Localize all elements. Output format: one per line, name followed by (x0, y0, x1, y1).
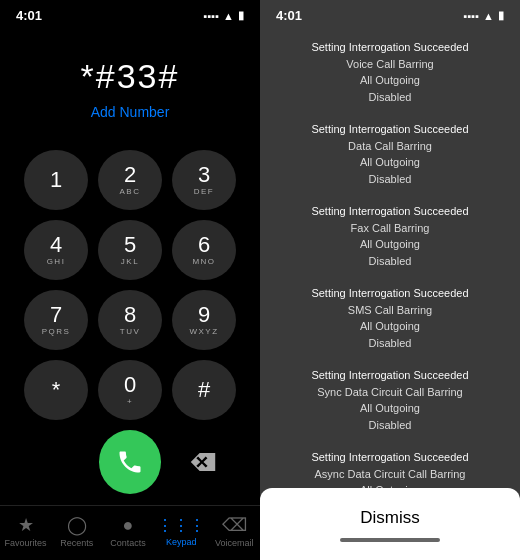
key-3[interactable]: 3DEF (172, 150, 236, 210)
key-digit: 6 (198, 234, 210, 256)
right-panel: 4:01 ▪▪▪▪ ▲ ▮ Setting Interrogation Succ… (260, 0, 520, 560)
tab-label-contacts: Contacts (110, 538, 146, 548)
key-9[interactable]: 9WXYZ (172, 290, 236, 350)
notif-line: All Outgoing (276, 236, 504, 253)
tab-keypad[interactable]: ⋮⋮⋮Keypad (157, 516, 205, 547)
tab-label-voicemail: Voicemail (215, 538, 254, 548)
tab-voicemail[interactable]: ⌫Voicemail (212, 514, 256, 548)
notif-line: Sync Data Circuit Call Barring (276, 384, 504, 401)
notif-line: Disabled (276, 171, 504, 188)
key-letters: TUV (120, 327, 141, 336)
signal-icon-right: ▪▪▪▪ (464, 10, 480, 22)
key-7[interactable]: 7PQRS (24, 290, 88, 350)
key-letters: PQRS (42, 327, 71, 336)
key-2[interactable]: 2ABC (98, 150, 162, 210)
delete-button[interactable] (171, 430, 234, 494)
tab-label-favourites: Favourites (5, 538, 47, 548)
key-5[interactable]: 5JKL (98, 220, 162, 280)
notif-line: All Outgoing (276, 318, 504, 335)
key-#[interactable]: # (172, 360, 236, 420)
signal-icon: ▪▪▪▪ (204, 10, 220, 22)
spacer (26, 430, 89, 494)
status-icons-right: ▪▪▪▪ ▲ ▮ (464, 9, 505, 22)
recents-icon: ◯ (67, 514, 87, 536)
notif-line: Setting Interrogation Succeeded (276, 367, 504, 384)
key-*[interactable]: * (24, 360, 88, 420)
notif-line: Disabled (276, 417, 504, 434)
key-6[interactable]: 6MNO (172, 220, 236, 280)
time-right: 4:01 (276, 8, 302, 23)
notification-block-5: Setting Interrogation SucceededAsync Dat… (276, 449, 504, 488)
tab-recents[interactable]: ◯Recents (55, 514, 99, 548)
key-digit: 1 (50, 169, 62, 191)
tab-label-keypad: Keypad (166, 537, 197, 547)
key-letters: + (127, 397, 133, 406)
notification-block-2: Setting Interrogation SucceededFax Call … (276, 203, 504, 269)
key-digit: 7 (50, 304, 62, 326)
notif-line: Setting Interrogation Succeeded (276, 285, 504, 302)
key-1[interactable]: 1 (24, 150, 88, 210)
notif-line: Voice Call Barring (276, 56, 504, 73)
key-letters: ABC (120, 187, 141, 196)
notification-block-0: Setting Interrogation SucceededVoice Cal… (276, 39, 504, 105)
key-letters: DEF (194, 187, 215, 196)
status-icons-left: ▪▪▪▪ ▲ ▮ (204, 9, 245, 22)
notif-line: Async Data Circuit Call Barring (276, 466, 504, 483)
key-letters: JKL (121, 257, 139, 266)
wifi-icon-right: ▲ (483, 10, 494, 22)
left-panel: 4:01 ▪▪▪▪ ▲ ▮ *#33# Add Number 12ABC3DEF… (0, 0, 260, 560)
status-bar-left: 4:01 ▪▪▪▪ ▲ ▮ (0, 0, 260, 27)
voicemail-icon: ⌫ (222, 514, 247, 536)
dialer-number: *#33# (81, 57, 180, 96)
tab-favourites[interactable]: ★Favourites (4, 514, 48, 548)
battery-icon: ▮ (238, 9, 244, 22)
notification-block-1: Setting Interrogation SucceededData Call… (276, 121, 504, 187)
notif-line: Disabled (276, 335, 504, 352)
call-button[interactable] (99, 430, 162, 494)
key-digit: 2 (124, 164, 136, 186)
notif-line: Disabled (276, 89, 504, 106)
wifi-icon: ▲ (223, 10, 234, 22)
notif-line: All Outgoing (276, 400, 504, 417)
key-digit: 0 (124, 374, 136, 396)
key-digit: 5 (124, 234, 136, 256)
key-8[interactable]: 8TUV (98, 290, 162, 350)
keypad: 12ABC3DEF4GHI5JKL6MNO7PQRS8TUV9WXYZ*0+# (24, 150, 236, 420)
key-digit: 4 (50, 234, 62, 256)
battery-icon-right: ▮ (498, 9, 504, 22)
notification-scroll: Setting Interrogation SucceededVoice Cal… (260, 27, 520, 488)
tab-contacts[interactable]: ●Contacts (106, 515, 150, 548)
time-left: 4:01 (16, 8, 42, 23)
status-bar-right: 4:01 ▪▪▪▪ ▲ ▮ (260, 0, 520, 27)
dismiss-area: Dismiss (260, 488, 520, 560)
phone-icon (116, 448, 144, 476)
notif-line: All Outgoing (276, 72, 504, 89)
key-digit: 9 (198, 304, 210, 326)
key-letters: MNO (192, 257, 215, 266)
notif-line: Setting Interrogation Succeeded (276, 121, 504, 138)
notif-line: Disabled (276, 253, 504, 270)
notification-block-4: Setting Interrogation SucceededSync Data… (276, 367, 504, 433)
key-digit: 3 (198, 164, 210, 186)
key-4[interactable]: 4GHI (24, 220, 88, 280)
notif-line: Setting Interrogation Succeeded (276, 203, 504, 220)
delete-icon (189, 452, 217, 472)
notif-line: All Outgoing (276, 154, 504, 171)
key-letters: WXYZ (189, 327, 218, 336)
notif-line: Setting Interrogation Succeeded (276, 449, 504, 466)
tab-bar: ★Favourites◯Recents●Contacts⋮⋮⋮Keypad⌫Vo… (0, 505, 260, 560)
add-number-link[interactable]: Add Number (91, 104, 170, 120)
contacts-icon: ● (123, 515, 134, 536)
notif-line: SMS Call Barring (276, 302, 504, 319)
key-0[interactable]: 0+ (98, 360, 162, 420)
notif-line: Data Call Barring (276, 138, 504, 155)
key-digit: # (198, 379, 210, 401)
home-indicator (340, 538, 440, 542)
dismiss-button[interactable]: Dismiss (276, 504, 504, 532)
tab-label-recents: Recents (60, 538, 93, 548)
notif-line: Fax Call Barring (276, 220, 504, 237)
key-digit: 8 (124, 304, 136, 326)
keypad-icon: ⋮⋮⋮ (157, 516, 205, 535)
notif-line: Setting Interrogation Succeeded (276, 39, 504, 56)
key-digit: * (52, 379, 61, 401)
